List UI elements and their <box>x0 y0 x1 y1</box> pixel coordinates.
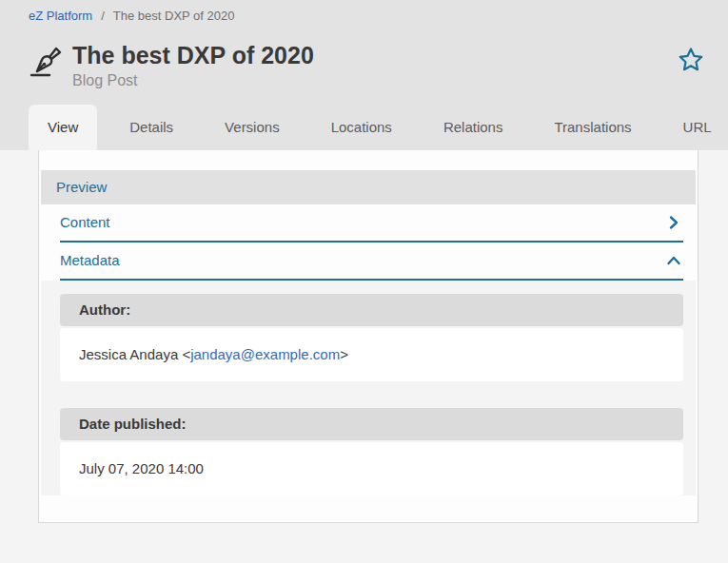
section-content[interactable]: Content <box>41 204 696 243</box>
tab-strip: View Details Versions Locations Relation… <box>0 105 728 150</box>
metadata-body: Author: Jessica Andaya <jandaya@example.… <box>41 281 696 495</box>
chevron-up-icon <box>664 251 683 270</box>
author-suffix: > <box>340 346 348 362</box>
breadcrumb-separator: / <box>101 9 105 23</box>
page-body: Preview Content Metadata Author: <box>0 150 728 539</box>
author-field-label: Author: <box>60 294 683 326</box>
section-metadata[interactable]: Metadata <box>41 243 696 281</box>
tab-versions[interactable]: Versions <box>206 105 299 150</box>
page-header: eZ Platform / The best DXP of 2020 The b… <box>0 0 728 150</box>
date-published-value: July 07, 2020 14:00 <box>60 442 683 495</box>
tab-details[interactable]: Details <box>110 105 192 150</box>
breadcrumb-current: The best DXP of 2020 <box>113 9 235 23</box>
date-published-field: Date published: July 07, 2020 14:00 <box>60 408 683 495</box>
date-published-text: July 07, 2020 14:00 <box>79 460 204 476</box>
tab-url[interactable]: URL <box>664 105 728 150</box>
tab-translations[interactable]: Translations <box>535 105 650 150</box>
view-panel: Preview Content Metadata Author: <box>38 150 698 523</box>
tab-relations[interactable]: Relations <box>424 105 522 150</box>
author-name: Jessica Andaya < <box>79 346 190 362</box>
section-content-label: Content <box>60 214 110 230</box>
title-row: The best DXP of 2020 Blog Post <box>0 23 728 89</box>
pen-edit-icon <box>29 45 63 79</box>
tab-locations[interactable]: Locations <box>312 105 411 150</box>
star-outline-icon <box>677 46 705 74</box>
section-metadata-label: Metadata <box>60 252 120 268</box>
breadcrumb-root-link[interactable]: eZ Platform <box>29 9 92 23</box>
chevron-right-icon <box>664 213 683 232</box>
author-email-link[interactable]: jandaya@example.com <box>190 346 340 362</box>
author-field-value: Jessica Andaya <jandaya@example.com> <box>60 328 683 381</box>
page-title: The best DXP of 2020 <box>72 42 677 69</box>
tab-view[interactable]: View <box>29 105 97 150</box>
preview-heading: Preview <box>56 179 107 195</box>
preview-heading-bar: Preview <box>41 170 696 204</box>
author-field: Author: Jessica Andaya <jandaya@example.… <box>60 294 683 381</box>
title-block: The best DXP of 2020 Blog Post <box>72 42 677 89</box>
bookmark-star-button[interactable] <box>677 46 705 74</box>
date-published-label: Date published: <box>60 408 683 440</box>
breadcrumb: eZ Platform / The best DXP of 2020 <box>0 0 728 23</box>
content-type-label: Blog Post <box>72 72 677 89</box>
